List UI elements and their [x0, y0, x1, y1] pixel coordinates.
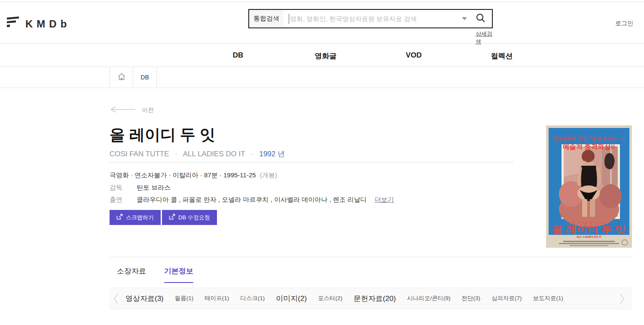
- holdings-item-image[interactable]: 이미지(2): [276, 294, 307, 304]
- holdings-item-label: 전단: [462, 295, 473, 301]
- holdings-item-label: 보도자료: [533, 295, 556, 301]
- nav-top-divider: [0, 43, 644, 44]
- kmdb-logo[interactable]: KMDb: [6, 15, 70, 29]
- holdings-item-flyer[interactable]: 전단(3): [462, 295, 481, 302]
- movie-meta-row: 극영화 · 연소자불가 · 이탈리아 · 87분 · 1995-11-25 (개…: [110, 171, 277, 179]
- holdings-item-label: 이미지: [276, 295, 298, 303]
- movie-title-english: ALL LADIES DO IT: [183, 150, 245, 158]
- search-input[interactable]: [289, 15, 460, 22]
- cast-more-link[interactable]: 더보기: [375, 196, 394, 204]
- edit-request-icon: [169, 214, 175, 221]
- cast-row: 출연 클라우디아 콜 , 파올로 란자 , 오넬라 마르쿠치 , 이사벨라 데이…: [110, 196, 394, 204]
- holdings-item-count: (1): [186, 295, 194, 301]
- holdings-item-count: (1): [222, 295, 229, 301]
- director-name[interactable]: 틴토 브라스: [137, 184, 171, 192]
- holdings-item-count: (1): [258, 295, 265, 301]
- poster-title-en: ALL LADIES DO IT: [577, 235, 601, 238]
- holdings-item-video[interactable]: 영상자료(3): [125, 294, 164, 304]
- breadcrumb: DB: [110, 67, 157, 88]
- holdings-item-count: (2): [336, 295, 343, 301]
- holdings-item-count: (3): [473, 295, 481, 301]
- poster-title-kr: 올 레이디 두 잇: [552, 224, 626, 235]
- holdings-item-film[interactable]: 필름(1): [175, 295, 194, 302]
- poster-shock-line: 예술적 충격외설!!: [563, 143, 615, 150]
- search-button[interactable]: [476, 13, 492, 24]
- movie-title: 올 레이디 두 잇: [110, 125, 215, 146]
- db-edit-request-button[interactable]: DB 수정요청: [162, 210, 217, 225]
- kmdb-logo-mark-icon: [6, 15, 20, 29]
- search-icon: [476, 13, 486, 24]
- nav-item-db[interactable]: DB: [233, 51, 244, 60]
- movie-meta-line: 극영화 · 연소자불가 · 이탈리아 · 87분 · 1995-11-25: [110, 171, 256, 179]
- holdings-item-label: 필름: [175, 295, 186, 301]
- holdings-item-count: (7): [515, 295, 522, 301]
- nav-item-articles[interactable]: 영화글: [315, 51, 337, 61]
- holdings-item-scenario[interactable]: 시나리오/콘티(9): [407, 295, 450, 302]
- holdings-item-label: 영상자료: [125, 295, 155, 303]
- scrap-button-label: 스크랩하기: [126, 214, 154, 222]
- scrap-icon: [116, 214, 123, 221]
- holdings-item-press[interactable]: 보도자료(1): [533, 295, 564, 302]
- kmdb-logo-text: KMDb: [25, 19, 70, 29]
- holdings-item-count: (1): [556, 295, 564, 301]
- chevron-left-icon[interactable]: [113, 293, 119, 307]
- chevron-right-icon[interactable]: [619, 293, 625, 307]
- breadcrumb-bottom-divider: [0, 88, 644, 88]
- holdings-item-label: 시나리오/콘티: [407, 295, 443, 301]
- separator-dot: ·: [251, 150, 253, 158]
- back-arrow-icon: [110, 106, 136, 115]
- detail-tabs: 소장자료 기본정보: [110, 257, 632, 283]
- holdings-item-disc[interactable]: 디스크(1): [240, 295, 265, 302]
- director-label: 감독: [110, 184, 137, 192]
- holdings-item-label: 심의자료: [491, 295, 515, 301]
- cast-label: 출연: [110, 196, 137, 204]
- login-link[interactable]: 로그인: [615, 20, 633, 27]
- breadcrumb-item-db[interactable]: DB: [133, 67, 157, 88]
- search-category-dropdown[interactable]: 통합검색: [249, 10, 284, 27]
- back-link[interactable]: 이전: [110, 106, 154, 115]
- top-divider: [0, 2, 644, 2]
- holdings-strip: 영상자료(3) 필름(1) 테이프(1) 디스크(1) 이미지(2) 포스터(2…: [110, 288, 632, 309]
- nav-item-collection[interactable]: 컬렉션: [491, 51, 513, 61]
- back-label: 이전: [142, 106, 154, 114]
- breadcrumb-home[interactable]: [110, 67, 133, 88]
- holdings-item-count: (3): [155, 295, 164, 303]
- movie-meta-release-tag: (개봉): [260, 171, 277, 179]
- holdings-item-count: (2): [298, 295, 307, 303]
- scrap-button[interactable]: 스크랩하기: [110, 210, 161, 225]
- holdings-item-count: (20): [383, 295, 396, 303]
- holdings-item-label: 문헌자료: [354, 295, 383, 303]
- action-buttons: 스크랩하기 DB 수정요청: [110, 210, 217, 225]
- cast-names[interactable]: 클라우디아 콜 , 파올로 란자 , 오넬라 마르쿠치 , 이사벨라 데이아나 …: [137, 196, 367, 204]
- db-edit-request-label: DB 수정요청: [178, 214, 210, 222]
- separator-dot: ·: [175, 150, 177, 158]
- holdings-item-documents[interactable]: 문헌자료(20): [354, 294, 396, 304]
- nav-bottom-divider: [0, 67, 644, 67]
- holdings-item-count: (9): [443, 295, 451, 301]
- chevron-down-icon[interactable]: [462, 17, 467, 20]
- holdings-item-poster[interactable]: 포스터(2): [318, 295, 342, 302]
- search-box: 통합검색: [248, 9, 493, 28]
- holdings-item-tape[interactable]: 테이프(1): [204, 295, 229, 302]
- poster-top-line: 에로영화의 거장 「틴토 부라스」의: [553, 136, 625, 141]
- movie-title-original: COSI FAN TUTTE: [110, 150, 169, 158]
- kmdb-page: KMDb 통합검색 상세검색 로그인 DB 영화글 VOD 컬렉션: [0, 0, 644, 325]
- home-icon: [117, 73, 126, 82]
- holdings-item-label: 디스크: [240, 295, 258, 301]
- holdings-item-label: 포스터: [318, 295, 336, 301]
- holdings-item-review[interactable]: 심의자료(7): [491, 295, 522, 302]
- tab-basic-info[interactable]: 기본정보: [164, 266, 193, 283]
- movie-poster[interactable]: 에로영화의 거장 「틴토 부라스」의 예술적 충격외설!! 모든 여자는 할 수…: [546, 125, 632, 248]
- movie-subtitle: COSI FAN TUTTE · ALL LADIES DO IT · 1992…: [110, 149, 285, 159]
- title-divider: [110, 162, 514, 162]
- holdings-item-label: 테이프: [204, 295, 222, 301]
- nav-item-vod[interactable]: VOD: [406, 51, 422, 60]
- director-row: 감독 틴토 브라스: [110, 184, 171, 192]
- movie-year-link[interactable]: 1992 년: [259, 150, 285, 158]
- tab-holdings[interactable]: 소장자료: [117, 266, 146, 283]
